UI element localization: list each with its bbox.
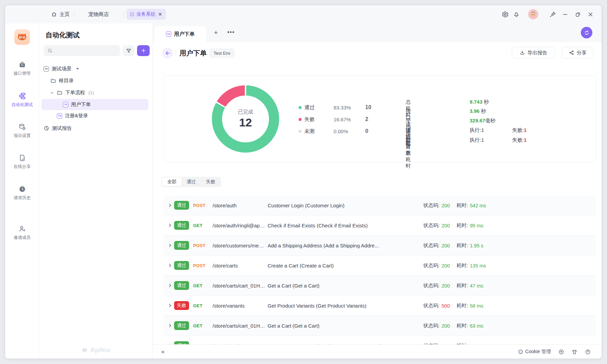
filter-pass[interactable]: 通过: [182, 177, 201, 186]
request-name: Get a Cart (Get a Cart): [268, 323, 320, 329]
expand-chevron-icon[interactable]: [168, 243, 172, 248]
minimize-button[interactable]: [561, 10, 569, 18]
request-path: /store/customers/me/a...: [213, 243, 265, 248]
env-badge: Test Env: [210, 49, 234, 57]
share-icon: [569, 50, 574, 55]
test-step-row-failed[interactable]: 失败 GET /store/variants Get Product Varia…: [164, 296, 596, 316]
legend-untested: 未测 0.00% 0: [299, 128, 368, 135]
apifox-logo[interactable]: [14, 29, 30, 45]
tshirt-icon: [572, 349, 577, 355]
chevron-down-icon[interactable]: [50, 91, 54, 95]
test-step-row[interactable]: 通过 GET /store/auth/ringli@apif... Check …: [164, 215, 596, 236]
caret-down-icon[interactable]: [76, 68, 79, 70]
rail-item-request-history[interactable]: 请求历史: [5, 185, 39, 201]
status-code-label: 状态码:: [423, 202, 440, 209]
new-tab-button[interactable]: +: [211, 23, 221, 41]
back-arrow-icon: [165, 50, 171, 56]
duration-label: 耗时:: [457, 302, 468, 309]
tab-overflow-button[interactable]: •••: [225, 23, 237, 41]
doc-tab-user-order[interactable]: TS 用户下单: [154, 26, 206, 42]
status-code-label: 状态码:: [423, 302, 440, 309]
test-step-row[interactable]: 通过 POST /store/carts Create a Cart (Crea…: [164, 256, 596, 276]
tab-petstore-label: 宠物商店: [88, 11, 109, 18]
report-header: 用户下单 Test Env 导出报告 分享: [153, 41, 602, 65]
test-step-row[interactable]: 通过 GET /store/carts/cart_01HH... Get a C…: [164, 316, 596, 336]
help-button[interactable]: [585, 349, 591, 355]
tab-home[interactable]: 主页: [51, 5, 70, 23]
desktop: 主页 宠物商店 业务系统 ✕: [0, 0, 607, 364]
tab-business-system[interactable]: 业务系统 ✕: [127, 9, 166, 20]
tab-separator: [123, 12, 124, 17]
export-report-button[interactable]: 导出报告: [512, 47, 555, 58]
tab-petstore[interactable]: 宠物商店: [88, 5, 109, 23]
collapse-sidebar-button[interactable]: «: [158, 345, 168, 359]
test-steps-icon: [18, 92, 26, 100]
filter-all[interactable]: 全部: [162, 177, 182, 186]
rail-item-auto-testing[interactable]: 自动化测试: [5, 92, 39, 108]
rail-item-online-share[interactable]: 在线分享: [5, 154, 39, 170]
user-avatar[interactable]: [528, 9, 538, 19]
stat-label: 断言数: [406, 137, 411, 156]
filter-button[interactable]: [123, 45, 134, 56]
rail-item-label: 自动化测试: [12, 102, 33, 108]
theme-button[interactable]: [572, 349, 577, 355]
expand-chevron-icon[interactable]: [168, 203, 172, 208]
expand-chevron-icon[interactable]: [168, 263, 172, 268]
tree-label: 测试报告: [52, 125, 72, 132]
status-code-value: 200: [442, 283, 450, 288]
tree-item-user-order[interactable]: TS 用户下单: [41, 99, 148, 110]
stat-unit: 秒: [481, 108, 486, 114]
test-step-row[interactable]: 通过 POST /store/auth Customer Login (Cust…: [164, 195, 596, 215]
tree-item-test-scenarios[interactable]: TS 测试场景: [41, 63, 148, 74]
tree-item-order-flow-folder[interactable]: 下单流程 (1): [41, 87, 148, 98]
stat-unit: 秒: [484, 99, 489, 105]
status-code-value: 200: [442, 223, 450, 228]
sync-button[interactable]: [581, 27, 592, 38]
stat-unit: 毫秒: [485, 118, 495, 123]
test-step-row[interactable]: 通过 GET /store/carts/cart_01HH... Get a C…: [164, 276, 596, 296]
toolbox-icon: [18, 61, 26, 69]
legend-count: 10: [365, 104, 371, 110]
filter-fail[interactable]: 失败: [201, 177, 220, 186]
legend-count: 2: [365, 116, 368, 122]
pin-window-button[interactable]: [549, 10, 557, 18]
expand-chevron-icon[interactable]: [168, 223, 172, 228]
rail-item-label: 请求历史: [14, 195, 31, 201]
ts-icon: TS: [63, 102, 68, 107]
cookie-manager-button[interactable]: Cookie 管理: [518, 349, 551, 355]
rail-item-invite-members[interactable]: 邀请成员: [5, 225, 39, 241]
rail-item-api-management[interactable]: 接口管理: [5, 61, 39, 76]
new-scenario-button[interactable]: [137, 45, 150, 56]
expand-chevron-icon[interactable]: [168, 283, 172, 288]
sidebar-title: 自动化测试: [46, 31, 80, 40]
close-window-button[interactable]: [586, 10, 594, 18]
test-step-row[interactable]: 通过 POST /store/carts/cart_01HH... Create…: [164, 336, 596, 344]
upgrade-button[interactable]: [558, 349, 564, 355]
close-icon: [587, 11, 594, 18]
tree-item-root-folder[interactable]: 根目录: [41, 75, 148, 86]
notifications-button[interactable]: [512, 10, 520, 18]
expand-chevron-icon[interactable]: [168, 303, 172, 308]
project-icon: [130, 12, 134, 17]
tree-item-register-login[interactable]: TS 注册&登录: [41, 110, 148, 121]
search-input[interactable]: [44, 45, 120, 56]
apifox-window: 主页 宠物商店 业务系统 ✕: [5, 5, 602, 359]
status-code-label: 状态码:: [423, 242, 440, 249]
request-name: Check if Email Exists (Check if Email Ex…: [268, 223, 368, 228]
close-tab-icon[interactable]: ✕: [158, 12, 162, 17]
duration-label: 耗时:: [457, 282, 468, 289]
duration-label: 耗时:: [457, 202, 468, 209]
home-icon: [51, 11, 57, 17]
settings-button[interactable]: [501, 10, 509, 18]
http-method: POST: [193, 203, 205, 208]
restore-button[interactable]: [574, 10, 582, 18]
test-step-row[interactable]: 通过 POST /store/customers/me/a... Add a S…: [164, 236, 596, 256]
rail-item-project-settings[interactable]: 项目设置: [5, 123, 39, 139]
back-button[interactable]: [162, 48, 173, 58]
tree-item-test-reports[interactable]: 测试报告: [41, 123, 148, 134]
expand-chevron-icon[interactable]: [168, 323, 172, 328]
stat-value: 3.96: [470, 108, 479, 114]
share-button[interactable]: 分享: [562, 47, 593, 58]
fox-watermark-icon: [81, 347, 88, 353]
status-code-label: 状态码:: [423, 323, 440, 329]
